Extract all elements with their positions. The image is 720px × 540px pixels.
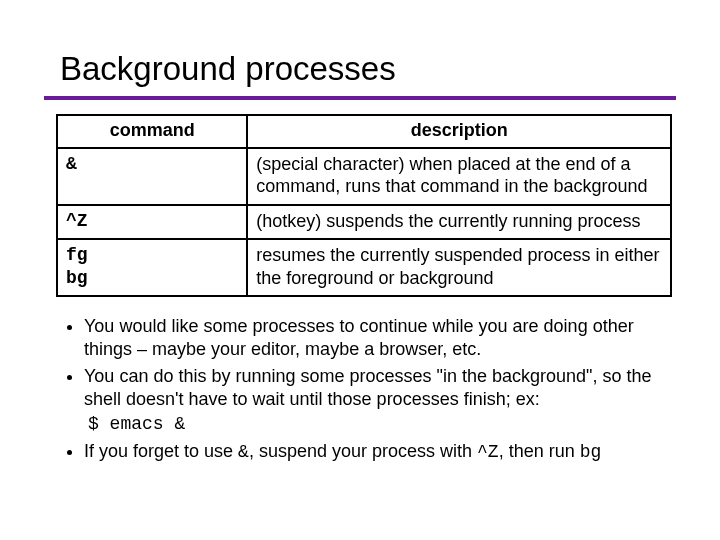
cell-description: (hotkey) suspends the currently running … <box>247 205 671 240</box>
code-example: $ emacs & <box>88 413 672 436</box>
inline-code: bg <box>580 442 602 462</box>
cell-description: (special character) when placed at the e… <box>247 148 671 205</box>
table-header-row: command description <box>57 115 671 148</box>
header-command: command <box>57 115 247 148</box>
bullet-text: , suspend your process with <box>249 441 477 461</box>
bullet-text: , then run <box>499 441 580 461</box>
cell-command: ^Z <box>57 205 247 240</box>
list-item: You would like some processes to continu… <box>84 315 672 361</box>
inline-code: & <box>238 442 249 462</box>
bullet-list: You would like some processes to continu… <box>56 315 672 464</box>
list-item: If you forget to use &, suspend your pro… <box>84 440 672 464</box>
list-item: You can do this by running some processe… <box>84 365 672 436</box>
bullet-text: If you forget to use <box>84 441 238 461</box>
cell-description: resumes the currently suspended process … <box>247 239 671 296</box>
bullet-text: You can do this by running some processe… <box>84 366 651 409</box>
inline-code: ^Z <box>477 442 499 462</box>
table-row: & (special character) when placed at the… <box>57 148 671 205</box>
header-description: description <box>247 115 671 148</box>
table-row: ^Z (hotkey) suspends the currently runni… <box>57 205 671 240</box>
slide-title: Background processes <box>60 50 672 88</box>
table-row: fg bg resumes the currently suspended pr… <box>57 239 671 296</box>
cell-command: fg bg <box>57 239 247 296</box>
cell-command: & <box>57 148 247 205</box>
commands-table: command description & (special character… <box>56 114 672 297</box>
title-underline <box>44 96 676 100</box>
